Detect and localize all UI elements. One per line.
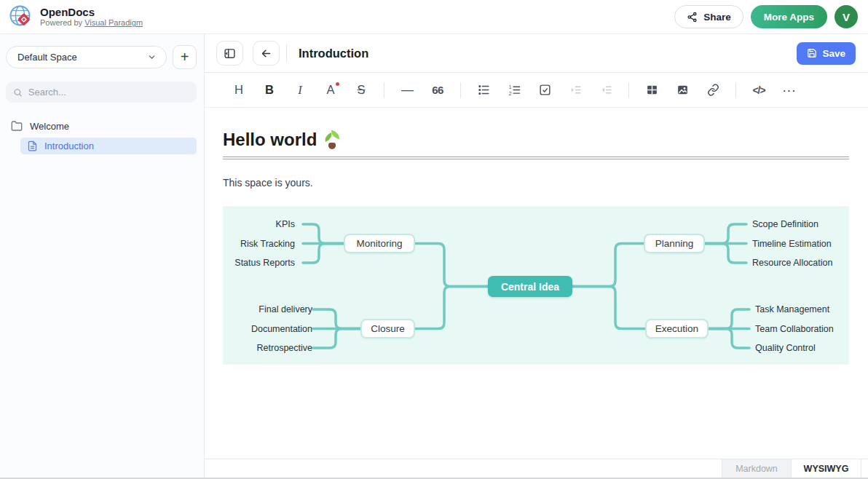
bullet-list-icon [478, 84, 490, 96]
mindmap-node-planning[interactable]: Planning [644, 234, 705, 253]
space-selector[interactable]: Default Space [6, 46, 167, 68]
editor-mode-bar: Markdown WYSIWYG [205, 459, 868, 478]
toggle-sidebar-button[interactable] [216, 41, 243, 66]
mindmap-leaf[interactable]: Quality Control [755, 342, 816, 354]
share-button[interactable]: Share [674, 5, 743, 28]
more-options-button[interactable]: ... [774, 80, 805, 100]
tree-folder-label: Welcome [30, 121, 69, 132]
color-dot [336, 82, 339, 86]
tree-folder-welcome[interactable]: Welcome [0, 118, 204, 134]
arrow-left-icon [260, 47, 272, 60]
tab-markdown[interactable]: Markdown [722, 459, 791, 478]
image-button[interactable] [667, 80, 698, 100]
indent-icon [569, 84, 582, 96]
mindmap-central-node[interactable]: Central Idea [488, 276, 572, 297]
tree-item-introduction[interactable]: Introduction [20, 138, 197, 154]
indent-button [560, 80, 591, 100]
heading-button[interactable]: H [224, 80, 254, 100]
panel-toggle-icon [224, 47, 236, 60]
header-divider [286, 44, 287, 63]
page-title: Introduction [299, 47, 368, 60]
folder-icon [11, 120, 23, 132]
table-button[interactable] [636, 80, 667, 100]
mindmap-leaf[interactable]: Timeline Estimation [752, 238, 832, 250]
toolbar-divider [384, 82, 384, 98]
mindmap-leaf[interactable]: Resource Allocation [752, 257, 832, 269]
strikethrough-button[interactable]: S [346, 80, 376, 100]
brand-block: OpenDocs Powered by Visual Paradigm [40, 6, 143, 28]
add-space-button[interactable]: + [173, 45, 197, 69]
seedling-emoji [324, 131, 340, 149]
document-content[interactable]: Hello world This space is yours. [205, 108, 868, 459]
user-avatar[interactable]: V [835, 5, 858, 28]
document-paragraph: This space is yours. [223, 177, 849, 189]
task-list-button[interactable] [529, 80, 560, 100]
share-label: Share [703, 12, 731, 23]
search-icon [13, 87, 23, 98]
file-icon [27, 140, 38, 151]
sidebar-search[interactable] [6, 82, 197, 103]
toolbar-divider [628, 82, 629, 98]
checkbox-icon [539, 84, 551, 96]
save-label: Save [822, 48, 845, 59]
quote-button[interactable]: 66 [422, 80, 453, 100]
mindmap-leaf[interactable]: Team Collaboration [755, 323, 834, 335]
link-button[interactable] [698, 80, 728, 100]
mindmap-node-monitoring[interactable]: Monitoring [344, 234, 415, 253]
chevron-down-icon [147, 52, 157, 62]
mindmap-leaf[interactable]: Risk Tracking [240, 238, 295, 250]
editor-header: Introduction Save [205, 34, 868, 73]
header-actions: Share More Apps V [674, 5, 859, 28]
mindmap-leaf[interactable]: Scope Definition [752, 218, 818, 230]
mindmap-node-closure[interactable]: Closure [360, 319, 415, 339]
tab-wysiwyg[interactable]: WYSIWYG [791, 459, 861, 478]
powered-by: Powered by Visual Paradigm [40, 18, 143, 28]
bold-button[interactable]: B [254, 80, 285, 100]
mindmap-leaf[interactable]: Status Reports [234, 257, 295, 269]
image-icon [676, 84, 689, 96]
outdent-icon [600, 84, 612, 96]
space-selector-value: Default Space [17, 52, 77, 63]
toolbar-divider [460, 82, 461, 98]
mindmap-leaf[interactable]: Retrospective [257, 342, 312, 354]
main-panel: Introduction Save H B I A S — 66 12 [205, 34, 868, 478]
document-tree: Welcome Introduction [0, 118, 204, 154]
horizontal-rule-button[interactable]: — [392, 80, 422, 100]
mindmap-leaf[interactable]: Task Management [755, 304, 829, 315]
search-input[interactable] [28, 87, 189, 98]
italic-button[interactable]: I [285, 80, 315, 100]
app-header: OpenDocs Powered by Visual Paradigm Shar… [0, 0, 868, 34]
svg-text:1: 1 [508, 84, 511, 90]
app-title: OpenDocs [40, 6, 143, 18]
svg-text:2: 2 [508, 91, 511, 96]
numbered-list-icon: 12 [508, 84, 521, 96]
table-icon [646, 84, 658, 96]
mindmap-leaf[interactable]: KPIs [276, 218, 295, 230]
mindmap-leaf[interactable]: Final delivery [259, 304, 312, 315]
link-icon [707, 84, 719, 96]
tree-item-label: Introduction [44, 140, 94, 151]
mindmap-leaf[interactable]: Documentation [251, 323, 312, 335]
toolbar-divider [735, 82, 736, 98]
sidebar: Default Space + Welcome Introduction [0, 34, 205, 478]
floppy-disk-icon [807, 48, 817, 58]
numbered-list-button[interactable]: 12 [499, 80, 529, 100]
mindmap-node-execution[interactable]: Execution [645, 319, 709, 339]
code-button[interactable]: </> [743, 80, 774, 100]
bullet-list-button[interactable] [468, 80, 499, 100]
back-button[interactable] [253, 41, 280, 66]
outdent-button [591, 80, 621, 100]
visual-paradigm-link[interactable]: Visual Paradigm [84, 18, 143, 27]
mindmap-diagram[interactable]: Central Idea Monitoring Closure Planning… [223, 206, 849, 365]
more-apps-button[interactable]: More Apps [751, 5, 827, 28]
text-color-button[interactable]: A [315, 80, 346, 100]
save-button[interactable]: Save [797, 42, 856, 65]
app-logo-icon [9, 4, 33, 29]
formatting-toolbar: H B I A S — 66 12 [205, 73, 868, 108]
document-heading: Hello world [223, 130, 849, 159]
share-icon [687, 12, 698, 23]
